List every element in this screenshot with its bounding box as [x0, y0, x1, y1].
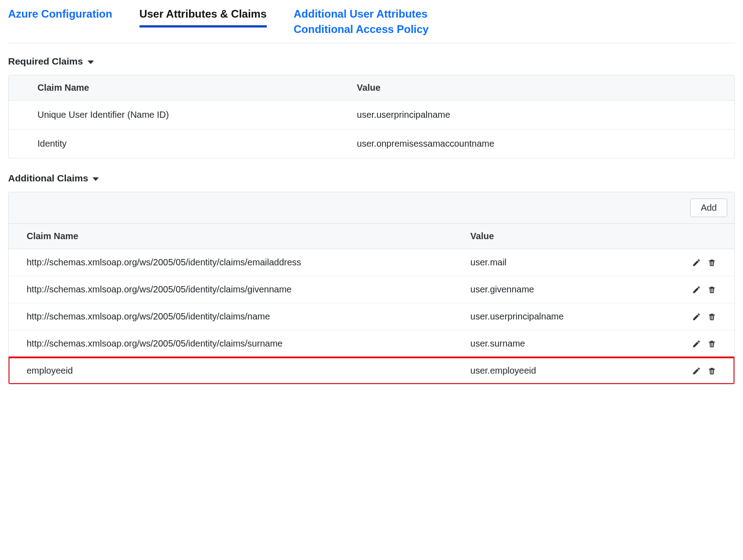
- required-claims-label: Required Claims: [8, 56, 83, 67]
- delete-icon[interactable]: [707, 366, 716, 375]
- table-row: http://schemas.xmlsoap.org/ws/2005/05/id…: [9, 276, 734, 303]
- delete-icon[interactable]: [707, 258, 716, 267]
- claim-value-cell: user.surname: [466, 338, 647, 349]
- table-row: http://schemas.xmlsoap.org/ws/2005/05/id…: [9, 249, 734, 276]
- delete-icon[interactable]: [707, 285, 716, 294]
- claim-name-cell: http://schemas.xmlsoap.org/ws/2005/05/id…: [9, 311, 466, 322]
- claim-name-cell: http://schemas.xmlsoap.org/ws/2005/05/id…: [9, 257, 466, 268]
- additional-header-value: Value: [466, 231, 647, 241]
- caret-down-icon: [93, 177, 99, 181]
- table-row: employeeiduser.employeeid: [9, 357, 734, 384]
- tab-azure-configuration[interactable]: Azure Configuration: [8, 6, 112, 25]
- tab-additional-user-attributes-conditional-access[interactable]: Additional User Attributes Conditional A…: [294, 6, 429, 40]
- claim-name-cell: http://schemas.xmlsoap.org/ws/2005/05/id…: [9, 338, 466, 349]
- additional-claims-header-row: Claim Name Value: [9, 224, 734, 249]
- tab-user-attributes-claims[interactable]: User Attributes & Claims: [139, 6, 267, 28]
- claim-name-cell: Unique User Identifier (Name ID): [9, 110, 328, 120]
- claim-name-cell: http://schemas.xmlsoap.org/ws/2005/05/id…: [9, 284, 466, 295]
- tab-bar: Azure Configuration User Attributes & Cl…: [8, 6, 735, 43]
- additional-claims-label: Additional Claims: [8, 173, 88, 184]
- tab-additional-line1: Additional User Attributes: [294, 6, 429, 22]
- required-header-value: Value: [328, 83, 734, 93]
- edit-icon[interactable]: [692, 285, 701, 294]
- edit-icon[interactable]: [692, 312, 701, 321]
- edit-icon[interactable]: [692, 339, 701, 348]
- table-row: http://schemas.xmlsoap.org/ws/2005/05/id…: [9, 330, 734, 357]
- add-claim-button[interactable]: Add: [690, 199, 727, 217]
- claim-value-cell: user.mail: [466, 257, 647, 268]
- caret-down-icon: [88, 60, 94, 64]
- table-row: http://schemas.xmlsoap.org/ws/2005/05/id…: [9, 303, 734, 330]
- additional-claims-toolbar: Add: [9, 192, 734, 224]
- delete-icon[interactable]: [707, 339, 716, 348]
- claim-value-cell: user.givenname: [466, 284, 647, 295]
- claim-value-cell: user.userprincipalname: [466, 311, 647, 322]
- tab-additional-line2: Conditional Access Policy: [294, 22, 429, 37]
- required-claims-table: Claim Name Value Unique User Identifier …: [8, 75, 735, 158]
- additional-claims-table: Add Claim Name Value http://schemas.xmls…: [8, 192, 735, 384]
- required-claims-toggle[interactable]: Required Claims: [8, 56, 735, 67]
- required-claims-header-row: Claim Name Value: [9, 75, 734, 101]
- table-row: Unique User Identifier (Name ID)user.use…: [9, 101, 734, 130]
- claim-name-cell: employeeid: [9, 366, 466, 376]
- delete-icon[interactable]: [707, 312, 716, 321]
- edit-icon[interactable]: [692, 258, 701, 267]
- claim-value-cell: user.employeeid: [466, 366, 647, 376]
- required-header-claim-name: Claim Name: [9, 83, 328, 93]
- table-row: Identityuser.onpremisessamaccountname: [9, 130, 734, 158]
- additional-claims-toggle[interactable]: Additional Claims: [8, 173, 735, 184]
- additional-header-claim-name: Claim Name: [9, 231, 466, 241]
- claim-value-cell: user.userprincipalname: [328, 110, 734, 120]
- edit-icon[interactable]: [692, 366, 701, 375]
- claim-name-cell: Identity: [9, 139, 328, 149]
- claim-value-cell: user.onpremisessamaccountname: [328, 139, 734, 149]
